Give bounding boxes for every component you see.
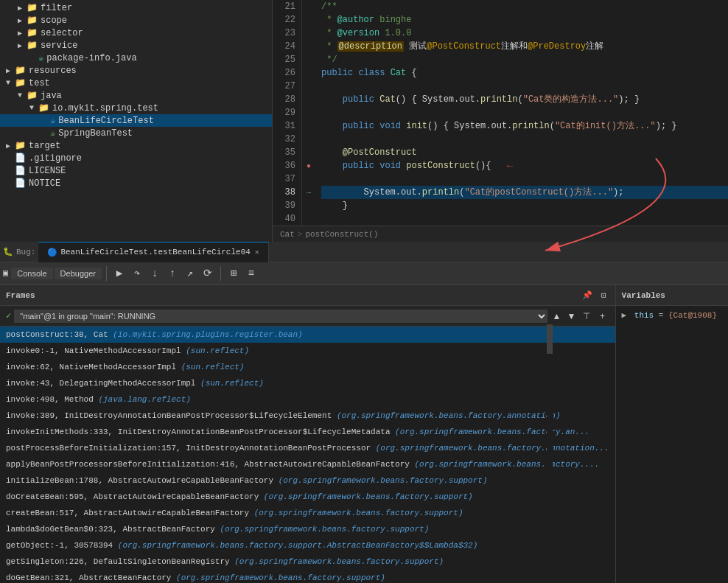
frame-item-9[interactable]: initializeBean:1788, AbstractAutowireCap… bbox=[0, 472, 615, 489]
frame-item-11[interactable]: createBean:517, AbstractAutowireCapableB… bbox=[0, 505, 615, 521]
file-icon-gitignore: 📄 bbox=[15, 153, 26, 164]
frame-method-15: doGetBean:321, AbstractBeanFactory bbox=[6, 573, 176, 582]
tab-bean-lifecycle[interactable]: 🔵 BeanLifeCircleTest.testBeanLifeCircle0… bbox=[38, 242, 268, 262]
thread-selector: ✓ "main"@1 in group "main": RUNNING ▲ ▼ … bbox=[0, 306, 615, 327]
console-button[interactable]: Console bbox=[11, 268, 52, 279]
frame-item-1[interactable]: invoke0:-1, NativeMethodAccessorImpl (su… bbox=[0, 343, 615, 359]
tree-item-package-info[interactable]: ▶ ☕ package-info.java bbox=[0, 52, 272, 64]
tree-item-io-mykit[interactable]: ▼ 📁 io.mykit.spring.test bbox=[0, 102, 272, 114]
frame-class-11: (org.springframework.beans.factory.suppo… bbox=[254, 509, 463, 517]
tree-arrow-io-mykit: ▼ bbox=[29, 104, 38, 112]
code-line-37 bbox=[321, 172, 728, 186]
frame-item-12[interactable]: lambda$doGetBean$0:323, AbstractBeanFact… bbox=[0, 521, 615, 537]
thread-up-button[interactable]: ▲ bbox=[550, 310, 564, 323]
tree-label-io-mykit: io.mykit.spring.test bbox=[52, 103, 158, 114]
tree-label-package-info: package-info.java bbox=[46, 53, 136, 63]
frame-method-3: invoke:43, DelegatingMethodAccessorImpl bbox=[6, 379, 200, 388]
frame-list[interactable]: postConstruct:38, Cat (io.mykit.spring.p… bbox=[0, 327, 615, 583]
variables-panel-header: Variables bbox=[616, 285, 728, 306]
tab-label: BeanLifeCircleTest.testBeanLifeCircle04 bbox=[60, 248, 250, 256]
frame-class-9: (org.springframework.beans.factory.suppo… bbox=[279, 476, 488, 485]
frame-item-0[interactable]: postConstruct:38, Cat (io.mykit.spring.p… bbox=[0, 327, 615, 343]
code-line-29 bbox=[321, 106, 728, 119]
frame-class-2: (sun.reflect) bbox=[181, 363, 245, 371]
gutter-40 bbox=[302, 212, 315, 226]
tree-item-selector[interactable]: ▶ 📁 selector bbox=[0, 27, 272, 39]
frame-item-10[interactable]: doCreateBean:595, AbstractAutowireCapabl… bbox=[0, 489, 615, 505]
tree-item-filter[interactable]: ▶ 📁 filter bbox=[0, 1, 272, 14]
frame-item-5[interactable]: invoke:389, InitDestroyAnnotationBeanPos… bbox=[0, 408, 615, 424]
tab-close[interactable]: ✕ bbox=[255, 248, 259, 256]
tree-item-test[interactable]: ▼ 📁 test bbox=[0, 77, 272, 89]
line-num-28: 28 bbox=[273, 93, 295, 106]
tree-item-gitignore[interactable]: ▶ 📄 .gitignore bbox=[0, 152, 272, 164]
frames-pin-icon[interactable]: 📌 bbox=[579, 290, 595, 300]
frame-item-4[interactable]: invoke:498, Method (java.lang.reflect) bbox=[0, 391, 615, 408]
frame-item-3[interactable]: invoke:43, DelegatingMethodAccessorImpl … bbox=[0, 375, 615, 391]
frame-item-6[interactable]: invokeInitMethods:333, InitDestroyAnnota… bbox=[0, 424, 615, 440]
line-num-26: 26 bbox=[273, 66, 295, 80]
tree-item-bean-lifecycle[interactable]: ▶ ☕ BeanLifeCircleTest bbox=[0, 114, 272, 127]
tree-arrow-resources: ▶ bbox=[6, 66, 15, 75]
gutter-27 bbox=[302, 80, 315, 93]
frame-item-13[interactable]: getObject:-1, 30578394 (org.springframew… bbox=[0, 537, 615, 554]
thread-filter-button[interactable]: ⊤ bbox=[580, 310, 593, 323]
thread-down-button[interactable]: ▼ bbox=[565, 310, 578, 323]
tree-item-notice[interactable]: ▶ 📄 NOTICE bbox=[0, 177, 272, 189]
variables-content: ▶ this = {Cat@1908} bbox=[616, 306, 728, 583]
frame-item-7[interactable]: postProcessBeforeInitialization:157, Ini… bbox=[0, 440, 615, 456]
thread-add-button[interactable]: + bbox=[596, 310, 609, 323]
tree-item-service[interactable]: ▶ 📁 service bbox=[0, 39, 272, 52]
line-num-40: 40 bbox=[273, 212, 295, 226]
frames-grid-icon[interactable]: ⊞ bbox=[225, 265, 242, 282]
tree-arrow-selector: ▶ bbox=[18, 29, 27, 38]
folder-icon-scope: 📁 bbox=[27, 15, 38, 26]
line-num-23: 23 bbox=[273, 27, 295, 40]
tree-item-license[interactable]: ▶ 📄 LICENSE bbox=[0, 164, 272, 177]
tree-label-test: test bbox=[29, 78, 50, 88]
tree-item-spring-bean[interactable]: ▶ ☕ SpringBeanTest bbox=[0, 127, 272, 139]
debug-bottom: Frames 📌 ⊡ ✓ "main"@1 in group "main": R… bbox=[0, 284, 728, 583]
frame-item-2[interactable]: invoke:62, NativeMethodAccessorImpl (sun… bbox=[0, 359, 615, 375]
frame-class-0: (io.mykit.spring.plugins.register.bean) bbox=[113, 330, 302, 339]
step-over-icon[interactable]: ↷ bbox=[129, 265, 145, 282]
tree-item-target[interactable]: ▶ 📁 target bbox=[0, 139, 272, 152]
var-item-this[interactable]: ▶ this = {Cat@1908} bbox=[616, 309, 728, 321]
frame-method-9: initializeBean:1788, AbstractAutowireCap… bbox=[6, 476, 279, 485]
tree-label-gitignore: .gitignore bbox=[29, 153, 82, 164]
code-line-21: /** bbox=[321, 0, 728, 13]
tree-label-target: target bbox=[29, 141, 60, 151]
tree-item-java[interactable]: ▼ 📁 java bbox=[0, 89, 272, 102]
frame-item-14[interactable]: getSingleton:226, DefaultSingletonBeanRe… bbox=[0, 554, 615, 570]
resume-icon[interactable]: ▶ bbox=[111, 265, 127, 282]
gutter-21 bbox=[302, 0, 315, 13]
line-num-29: 29 bbox=[273, 106, 295, 119]
line-num-32: 32 bbox=[273, 133, 295, 146]
thread-dropdown[interactable]: "main"@1 in group "main": RUNNING bbox=[14, 310, 547, 323]
tree-item-resources[interactable]: ▶ 📁 resources bbox=[0, 64, 272, 77]
debugger-button[interactable]: Debugger bbox=[55, 268, 102, 279]
step-into-icon[interactable]: ↓ bbox=[147, 265, 163, 282]
code-line-24: * @description 测试@PostConstruct注解和@PreDe… bbox=[321, 40, 728, 53]
frame-item-8[interactable]: applyBeanPostProcessorsBeforeInitializat… bbox=[0, 456, 615, 472]
frames-list-icon[interactable]: ≡ bbox=[243, 265, 259, 282]
tree-arrow-target: ▶ bbox=[6, 142, 15, 150]
tree-item-scope[interactable]: ▶ 📁 scope bbox=[0, 14, 272, 27]
frame-method-5: invoke:389, InitDestroyAnnotationBeanPos… bbox=[6, 411, 337, 420]
java-icon-bean-lifecycle: ☕ bbox=[50, 115, 55, 126]
frame-item-15[interactable]: doGetBean:321, AbstractBeanFactory (org.… bbox=[0, 570, 615, 583]
file-icon-notice: 📄 bbox=[15, 178, 26, 189]
code-line-40 bbox=[321, 212, 728, 226]
breadcrumb-sep: > bbox=[298, 230, 303, 239]
java-icon-package-info: ☕ bbox=[38, 52, 43, 63]
frame-scrollbar-thumb[interactable] bbox=[547, 324, 553, 354]
code-editor: 21 22 23 24 25 26 27 28 29 31 32 35 36 3… bbox=[273, 0, 728, 242]
frame-method-2: invoke:62, NativeMethodAccessorImpl bbox=[6, 363, 181, 371]
step-out-icon[interactable]: ↑ bbox=[164, 265, 181, 282]
folder-icon-io-mykit: 📁 bbox=[38, 102, 49, 114]
tree-label-service: service bbox=[41, 41, 77, 51]
console-icon: ▣ bbox=[3, 268, 8, 279]
run-to-cursor-icon[interactable]: ↗ bbox=[182, 265, 198, 282]
evaluate-icon[interactable]: ⟳ bbox=[200, 265, 216, 282]
frames-expand-icon[interactable]: ⊡ bbox=[598, 290, 609, 300]
